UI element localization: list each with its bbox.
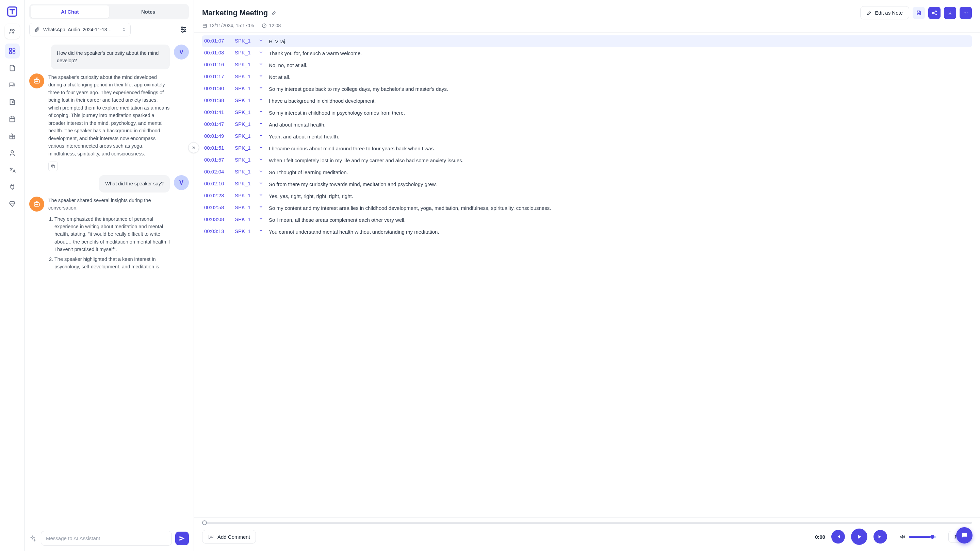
transcript-row[interactable]: 00:01:38 SPK_1 I have a background in ch…: [202, 95, 972, 107]
transcript-row[interactable]: 00:03:08 SPK_1 So I mean, all these area…: [202, 214, 972, 226]
share-button[interactable]: [928, 7, 940, 19]
nav-chat[interactable]: [5, 78, 20, 92]
add-comment-button[interactable]: Add Comment: [202, 530, 256, 543]
nav-notes[interactable]: [5, 95, 20, 110]
speaker-label[interactable]: SPK_1: [235, 205, 255, 210]
timestamp[interactable]: 00:01:16: [204, 62, 231, 67]
chevron-down-icon[interactable]: [259, 133, 265, 138]
transcript-row[interactable]: 00:01:16 SPK_1 No, no, not at all.: [202, 59, 972, 71]
nav-profile[interactable]: [5, 146, 20, 160]
tab-notes[interactable]: Notes: [109, 5, 188, 18]
transcript-row[interactable]: 00:01:41 SPK_1 So my interest in childho…: [202, 107, 972, 119]
nav-calendar[interactable]: [5, 111, 20, 127]
timestamp[interactable]: 00:01:57: [204, 157, 231, 163]
speaker-label[interactable]: SPK_1: [235, 121, 255, 127]
timestamp[interactable]: 00:01:49: [204, 133, 231, 139]
speaker-label[interactable]: SPK_1: [235, 86, 255, 91]
timestamp[interactable]: 00:02:58: [204, 205, 231, 210]
edit-title-button[interactable]: [271, 10, 277, 16]
copy-button[interactable]: [48, 162, 58, 171]
file-selector[interactable]: WhatsApp_Audio_2024-11-13…: [29, 23, 130, 37]
nav-dashboard[interactable]: [5, 43, 20, 59]
speaker-label[interactable]: SPK_1: [235, 157, 255, 163]
nav-translate[interactable]: [5, 163, 20, 178]
chevron-down-icon[interactable]: [259, 181, 265, 185]
nav-gift[interactable]: [5, 129, 20, 143]
volume-slider[interactable]: [909, 536, 936, 538]
more-button[interactable]: [959, 7, 972, 19]
progress-bar[interactable]: [202, 522, 972, 524]
chevron-down-icon[interactable]: [259, 109, 265, 114]
transcript-row[interactable]: 00:02:10 SPK_1 So from there my curiosit…: [202, 178, 972, 190]
transcript-row[interactable]: 00:02:04 SPK_1 So I thought of learning …: [202, 166, 972, 178]
chevron-down-icon[interactable]: [259, 157, 265, 162]
speaker-label[interactable]: SPK_1: [235, 38, 255, 43]
chevron-down-icon[interactable]: [259, 228, 265, 233]
app-logo[interactable]: [5, 5, 19, 18]
speaker-label[interactable]: SPK_1: [235, 216, 255, 222]
compose-input[interactable]: [41, 531, 172, 546]
nav-documents[interactable]: [5, 60, 20, 76]
speaker-label[interactable]: SPK_1: [235, 145, 255, 151]
transcript-row[interactable]: 00:01:51 SPK_1 I became curious about mi…: [202, 143, 972, 154]
prev-button[interactable]: [831, 530, 845, 543]
filter-button[interactable]: [178, 24, 189, 35]
save-button[interactable]: [913, 7, 925, 19]
volume-icon[interactable]: [899, 534, 905, 540]
transcript-list[interactable]: 00:01:07 SPK_1 Hi Viraj.00:01:08 SPK_1 T…: [194, 33, 980, 517]
speaker-label[interactable]: SPK_1: [235, 192, 255, 198]
chevron-down-icon[interactable]: [259, 86, 265, 90]
transcript-row[interactable]: 00:01:57 SPK_1 When I felt completely lo…: [202, 154, 972, 166]
timestamp[interactable]: 00:01:30: [204, 86, 231, 91]
timestamp[interactable]: 00:03:13: [204, 228, 231, 234]
timestamp[interactable]: 00:01:41: [204, 109, 231, 115]
timestamp[interactable]: 00:02:23: [204, 192, 231, 198]
transcript-row[interactable]: 00:02:58 SPK_1 So my content and my inte…: [202, 202, 972, 214]
transcript-row[interactable]: 00:01:07 SPK_1 Hi Viraj.: [202, 35, 972, 47]
chevron-down-icon[interactable]: [259, 192, 265, 197]
speaker-label[interactable]: SPK_1: [235, 73, 255, 79]
chat-scroll[interactable]: How did the speaker's curiosity about th…: [24, 40, 194, 527]
transcript-row[interactable]: 00:01:30 SPK_1 So my interest goes back …: [202, 83, 972, 95]
chevron-down-icon[interactable]: [259, 73, 265, 78]
send-button[interactable]: [175, 532, 189, 545]
chevron-down-icon[interactable]: [259, 145, 265, 150]
play-button[interactable]: [851, 529, 867, 545]
speaker-label[interactable]: SPK_1: [235, 169, 255, 175]
chevron-down-icon[interactable]: [259, 121, 265, 126]
progress-thumb[interactable]: [202, 520, 207, 525]
transcript-row[interactable]: 00:01:08 SPK_1 Thank you for, for such a…: [202, 47, 972, 59]
transcript-row[interactable]: 00:01:47 SPK_1 And about mental health.: [202, 119, 972, 130]
chevron-down-icon[interactable]: [259, 38, 265, 43]
workspace-icon[interactable]: [5, 24, 20, 39]
timestamp[interactable]: 00:01:07: [204, 38, 231, 43]
next-button[interactable]: [873, 530, 887, 543]
transcript-row[interactable]: 00:01:49 SPK_1 Yeah, and about mental he…: [202, 130, 972, 143]
speaker-label[interactable]: SPK_1: [235, 133, 255, 139]
chevron-down-icon[interactable]: [259, 216, 265, 221]
transcript-row[interactable]: 00:01:17 SPK_1 Not at all.: [202, 71, 972, 83]
speaker-label[interactable]: SPK_1: [235, 109, 255, 115]
chevron-down-icon[interactable]: [259, 50, 265, 54]
timestamp[interactable]: 00:02:10: [204, 181, 231, 186]
timestamp[interactable]: 00:02:04: [204, 169, 231, 175]
help-chat-button[interactable]: [956, 527, 972, 543]
timestamp[interactable]: 00:01:38: [204, 97, 231, 103]
timestamp[interactable]: 00:03:08: [204, 216, 231, 222]
timestamp[interactable]: 00:01:08: [204, 50, 231, 56]
transcript-row[interactable]: 00:02:23 SPK_1 Yes, yes, right, right, r…: [202, 190, 972, 202]
timestamp[interactable]: 00:01:51: [204, 145, 231, 151]
chevron-down-icon[interactable]: [259, 169, 265, 173]
download-button[interactable]: [944, 7, 956, 19]
timestamp[interactable]: 00:01:17: [204, 73, 231, 79]
nav-premium[interactable]: [5, 197, 20, 211]
speaker-label[interactable]: SPK_1: [235, 228, 255, 234]
edit-as-note-button[interactable]: Edit as Note: [860, 6, 909, 19]
tab-ai-chat[interactable]: AI Chat: [30, 5, 109, 18]
chevron-down-icon[interactable]: [259, 205, 265, 209]
nav-integrations[interactable]: [5, 179, 20, 195]
timestamp[interactable]: 00:01:47: [204, 121, 231, 127]
speaker-label[interactable]: SPK_1: [235, 97, 255, 103]
chevron-down-icon[interactable]: [259, 62, 265, 66]
speaker-label[interactable]: SPK_1: [235, 181, 255, 186]
